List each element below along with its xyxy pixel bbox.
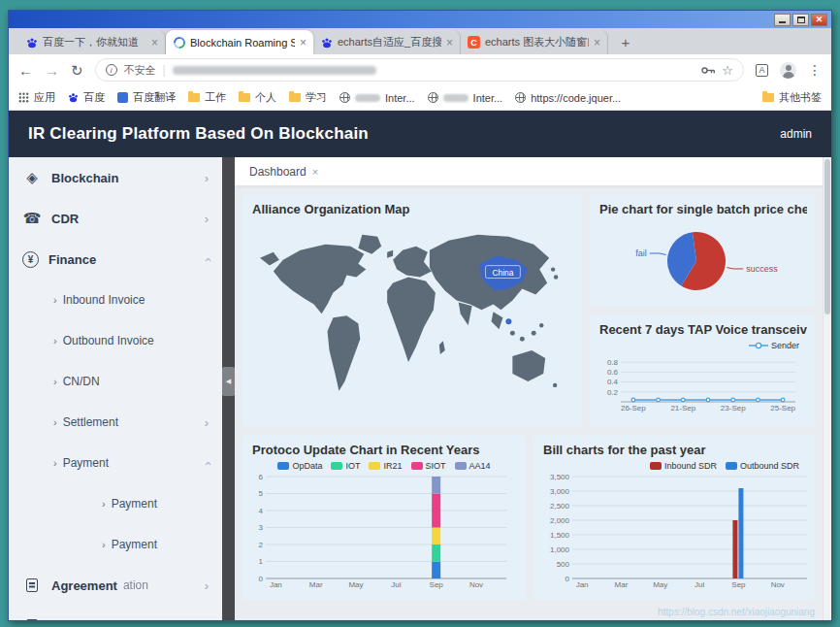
svg-text:500: 500 — [557, 560, 570, 569]
map-panel: Alliance Organization Map — [242, 194, 582, 427]
chevron-up-icon: › — [199, 257, 213, 261]
submenu-arrow-icon: › — [53, 294, 57, 306]
panel-title: Recent 7 days TAP Voice transceive — [599, 322, 807, 337]
sidebar-item-payment-child-1[interactable]: › Payment — [9, 483, 222, 524]
sidebar-item-agreement[interactable]: Agreement ation › — [9, 565, 222, 606]
stacked-bar-legend[interactable]: OpDataIOTIR21SIOTAA14 — [250, 459, 518, 472]
blockchain-icon: ◈ — [22, 169, 42, 186]
legend-item[interactable]: Sender — [749, 341, 799, 350]
svg-text:May: May — [348, 580, 363, 589]
bookmark-baidu-translate[interactable]: 百度翻译 — [117, 90, 176, 105]
sidebar-item-partial[interactable] — [9, 606, 222, 620]
password-key-icon[interactable] — [701, 61, 715, 79]
svg-text:23-Sep: 23-Sep — [721, 404, 746, 412]
member-marker — [505, 318, 511, 324]
sidebar-item-payment[interactable]: › Payment › — [9, 443, 222, 483]
page-title: IR Clearing Platform Based On Blockchain — [28, 124, 369, 144]
main-content: Dashboard × Alliance Organization Map — [235, 157, 823, 620]
legend-item[interactable]: SIOT — [411, 461, 446, 471]
chevron-right-icon: › — [205, 212, 209, 226]
sidebar-item-finance[interactable]: ¥ Finance › — [9, 239, 222, 280]
svg-text:26-Sep: 26-Sep — [621, 404, 646, 412]
window-close-button[interactable]: ✕ — [811, 14, 827, 26]
stacked-bar-chart: 0123456JanMarMayJulSepNov — [250, 472, 514, 590]
svg-text:21-Sep: 21-Sep — [670, 404, 695, 412]
window-minimize-button[interactable] — [774, 14, 791, 26]
svg-text:May: May — [653, 580, 667, 589]
bookmark-folder-personal[interactable]: 个人 — [239, 90, 276, 105]
legend-item[interactable]: Inbound SDR — [650, 461, 717, 471]
legend-item[interactable]: Outbound SDR — [726, 461, 799, 471]
phone-icon: ☎ — [22, 210, 42, 227]
tags-view-bar: Dashboard × — [235, 157, 823, 186]
folder-icon — [289, 93, 301, 102]
document-icon — [26, 578, 38, 592]
address-bar[interactable]: i 不安全 | ☆ — [95, 58, 744, 82]
legend-item[interactable]: IR21 — [369, 461, 402, 471]
security-label: 不安全 — [124, 63, 156, 78]
tab-close-icon[interactable]: × — [151, 37, 158, 49]
sidebar-scrollbar[interactable]: ◀ — [222, 157, 235, 620]
chevron-right-icon: › — [205, 415, 209, 430]
line-chart-legend[interactable]: Sender — [598, 339, 807, 351]
scrollbar-thumb[interactable] — [824, 159, 830, 314]
bookmark-folder-study[interactable]: 学习 — [289, 90, 327, 105]
tab-close-icon[interactable]: × — [446, 37, 453, 49]
browser-tab-echarts-search[interactable]: echarts自适应_百度搜索 × — [313, 30, 461, 54]
refresh-icon[interactable]: ↻ — [71, 63, 83, 78]
svg-text:2,500: 2,500 — [550, 502, 570, 511]
bill-chart-legend[interactable]: Inbound SDROutbound SDR — [541, 459, 807, 472]
panel-title: Alliance Organization Map — [252, 202, 574, 216]
svg-text:1: 1 — [259, 557, 264, 566]
back-icon[interactable]: ← — [18, 63, 33, 78]
bookmark-inter-2[interactable]: Inter... — [428, 92, 503, 104]
breadcrumb-tab-dashboard[interactable]: Dashboard × — [249, 165, 318, 179]
sidebar-item-settlement[interactable]: › Settlement › — [9, 402, 222, 443]
svg-text:1,500: 1,500 — [550, 531, 570, 540]
bookmark-folder-work[interactable]: 工作 — [188, 90, 226, 105]
svg-text:4: 4 — [259, 507, 264, 515]
bookmark-star-icon[interactable]: ☆ — [722, 63, 733, 78]
forward-icon[interactable]: → — [45, 63, 59, 78]
sidebar-item-cndn[interactable]: › CN/DN — [9, 361, 222, 402]
tab-close-icon[interactable]: × — [300, 37, 307, 49]
sidebar-collapse-handle[interactable]: ◀ — [222, 367, 235, 396]
folder-icon — [239, 93, 250, 102]
svg-text:Mar: Mar — [309, 580, 323, 589]
user-menu[interactable]: admin — [780, 127, 812, 141]
site-info-icon[interactable]: i — [106, 64, 117, 76]
sidebar-item-inbound-invoice[interactable]: › Inbound Invoice — [9, 280, 222, 320]
close-icon[interactable]: × — [312, 166, 318, 178]
line-panel: Recent 7 days TAP Voice transceive Sende… — [590, 314, 815, 427]
svg-text:Nov: Nov — [469, 580, 483, 589]
sidebar-item-blockchain[interactable]: ◈ Blockchain › — [9, 157, 222, 198]
legend-item[interactable]: OpData — [277, 461, 322, 471]
sidebar: ◈ Blockchain › ☎ CDR › ¥ Finance › — [9, 157, 222, 620]
svg-text:Jan: Jan — [576, 580, 589, 589]
other-bookmarks[interactable]: 其他书签 — [762, 90, 822, 105]
bookmark-inter-1[interactable]: Inter... — [339, 92, 415, 104]
svg-text:0.6: 0.6 — [607, 368, 619, 377]
sidebar-item-cdr[interactable]: ☎ CDR › — [9, 198, 222, 239]
browser-tab-csdn[interactable]: C echarts 图表大小随窗口变... × — [461, 30, 608, 54]
sidebar-item-outbound-invoice[interactable]: › Outbound Invoice — [9, 320, 222, 361]
page-scrollbar[interactable] — [823, 157, 831, 620]
svg-text:0: 0 — [259, 575, 264, 583]
new-tab-button[interactable]: + — [614, 31, 637, 52]
browser-tab-baidu[interactable]: 百度一下，你就知道 × — [18, 30, 166, 54]
translate-icon[interactable]: A — [756, 64, 768, 77]
browser-menu-icon[interactable]: ⋮ — [808, 62, 822, 78]
bookmark-baidu[interactable]: 百度 — [68, 90, 105, 105]
sidebar-item-payment-child-2[interactable]: › Payment — [9, 524, 222, 565]
browser-tab-blockchain-active[interactable]: Blockchain Roaming Sys × — [166, 30, 313, 54]
legend-item[interactable]: AA14 — [455, 461, 491, 471]
profile-avatar-icon[interactable] — [780, 62, 796, 79]
baidu-icon — [25, 36, 38, 49]
window-maximize-button[interactable] — [792, 14, 809, 26]
tab-title: echarts自适应_百度搜索 — [338, 35, 441, 50]
apps-shortcut[interactable]: 应用 — [18, 90, 55, 105]
tab-close-icon[interactable]: × — [594, 37, 600, 49]
chevron-up-icon: › — [199, 461, 213, 465]
legend-item[interactable]: IOT — [331, 461, 360, 471]
bookmark-jquery[interactable]: https://code.jquer... — [515, 92, 621, 104]
